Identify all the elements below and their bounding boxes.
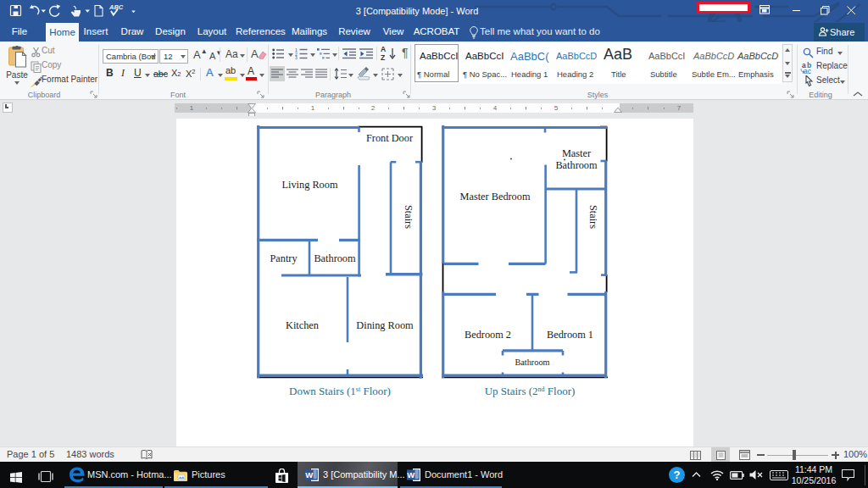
svg-text:Bathroom: Bathroom <box>314 252 356 264</box>
svg-text:Bedroom 1: Bedroom 1 <box>547 329 593 341</box>
svg-text:Dining Room: Dining Room <box>356 319 414 331</box>
svg-text:Kitchen: Kitchen <box>286 319 319 331</box>
svg-text:Pantry: Pantry <box>270 252 298 264</box>
svg-text:?: ? <box>674 469 681 481</box>
svg-text:Up Stairs (2nd Floor): Up Stairs (2nd Floor) <box>485 385 576 397</box>
svg-text:1: 1 <box>190 104 194 112</box>
svg-text:W: W <box>407 470 415 480</box>
svg-text:Down Stairs (1st Floor): Down Stairs (1st Floor) <box>289 385 391 397</box>
svg-text:2: 2 <box>371 104 376 112</box>
svg-text:ac: ac <box>804 67 812 75</box>
svg-text:Master: Master <box>562 147 591 159</box>
svg-text:Stairs: Stairs <box>403 205 415 229</box>
svg-text:1: 1 <box>311 104 315 112</box>
svg-text:3: 3 <box>295 55 298 59</box>
svg-text:Bathroom: Bathroom <box>515 358 549 367</box>
svg-text:Living Room: Living Room <box>282 179 338 191</box>
svg-text:W: W <box>305 470 313 480</box>
svg-text:3: 3 <box>432 104 437 112</box>
svg-text:Master Bedroom: Master Bedroom <box>460 191 531 202</box>
svg-text:4: 4 <box>493 104 498 112</box>
svg-text:7: 7 <box>677 104 682 112</box>
svg-text:Front Door: Front Door <box>366 132 413 144</box>
svg-text:Bedroom 2: Bedroom 2 <box>465 329 511 341</box>
svg-text:Bathroom: Bathroom <box>555 159 598 171</box>
svg-text:Stairs: Stairs <box>587 205 599 229</box>
svg-text:ABC: ABC <box>108 3 124 11</box>
svg-text:5: 5 <box>554 104 559 112</box>
